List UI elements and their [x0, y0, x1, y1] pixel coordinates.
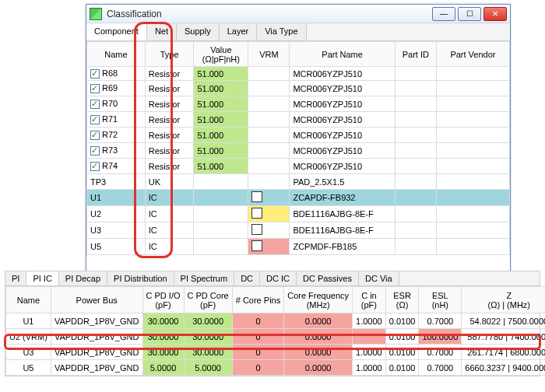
table-row[interactable]: R70Resistor51.000MCR006YZPJ510 — [87, 96, 510, 112]
row-checkbox[interactable] — [90, 84, 100, 93]
table-row[interactable]: U1ICZCAPDF-FB932 — [87, 190, 510, 206]
vrm-checkbox[interactable] — [251, 224, 262, 235]
col-name[interactable]: Name — [6, 287, 51, 313]
col--core-pins[interactable]: # Core Pins — [232, 287, 283, 313]
close-button[interactable]: ✕ — [483, 7, 507, 21]
pi-ic-table: NamePower BusC PD I/O(pF)C PD Core(pF)# … — [5, 286, 545, 376]
tab-via-type[interactable]: Via Type — [257, 23, 306, 40]
pi-tabs: PIPI ICPI DecapPI DistributionPI Spectru… — [5, 271, 540, 286]
table-row[interactable]: U3ICBDE1116AJBG-8E-F — [87, 222, 510, 239]
col-esl[interactable]: ESL(nH) — [419, 287, 462, 313]
minimize-button[interactable]: — — [432, 7, 455, 21]
table-row[interactable]: R71Resistor51.000MCR006YZPJ510 — [87, 112, 510, 128]
table-row[interactable]: TP3UKPAD_2.5X1.5 — [87, 174, 510, 190]
col-name[interactable]: Name — [87, 42, 146, 67]
tab-dc[interactable]: DC — [234, 271, 260, 285]
titlebar: Classification — ☐ ✕ — [86, 5, 510, 23]
pi-panel: PIPI ICPI DecapPI DistributionPI Spectru… — [5, 271, 540, 376]
table-row[interactable]: U3VAPDDR_1P8V_GND30.000030.000000.00001.… — [6, 345, 546, 360]
col-type[interactable]: Type — [145, 42, 194, 67]
tab-dc-ic[interactable]: DC IC — [260, 271, 297, 285]
col-esr[interactable]: ESR(Ω) — [385, 287, 419, 313]
row-checkbox[interactable] — [90, 115, 100, 124]
tab-pi[interactable]: PI — [5, 271, 26, 285]
tab-dc-via[interactable]: DC Via — [359, 271, 399, 285]
tab-dc-passives[interactable]: DC Passives — [297, 271, 359, 285]
col-c-in[interactable]: C in(pF) — [353, 287, 386, 313]
tab-pi-decap[interactable]: PI Decap — [59, 271, 107, 285]
row-checkbox[interactable] — [90, 131, 100, 140]
col-c-pd-core[interactable]: C PD Core(pF) — [184, 287, 232, 313]
col-part-name[interactable]: Part Name — [290, 42, 395, 67]
table-row[interactable]: U1VAPDDR_1P8V_GND30.000030.000000.00001.… — [6, 313, 546, 329]
table-row[interactable]: R72Resistor51.000MCR006YZPJ510 — [87, 128, 510, 143]
maximize-button[interactable]: ☐ — [458, 7, 481, 21]
row-checkbox[interactable] — [90, 100, 100, 109]
tab-supply[interactable]: Supply — [177, 23, 220, 40]
col-core-frequency[interactable]: Core Frequency(MHz) — [284, 287, 353, 313]
tab-pi-spectrum[interactable]: PI Spectrum — [174, 271, 235, 285]
vrm-checkbox[interactable] — [251, 208, 262, 219]
tab-pi-distribution[interactable]: PI Distribution — [107, 271, 174, 285]
table-row[interactable]: R69Resistor51.000MCR006YZPJ510 — [87, 81, 510, 96]
table-row[interactable]: U5VAPDDR_1P8V_GND5.00005.000000.00001.00… — [6, 360, 546, 376]
table-row[interactable]: R74Resistor51.000MCR006YZPJ510 — [87, 159, 510, 174]
col-power-bus[interactable]: Power Bus — [51, 287, 142, 313]
col-z[interactable]: Z(Ω) | (MHz) — [462, 287, 545, 313]
table-row[interactable]: U5ICZCPMDF-FB185 — [87, 239, 510, 255]
table-row[interactable]: U2 (VRM)VAPDDR_1P8V_GND30.000030.000000.… — [6, 329, 546, 345]
vrm-checkbox[interactable] — [251, 240, 262, 251]
tab-component[interactable]: Component — [86, 23, 147, 40]
app-icon — [90, 8, 102, 20]
col-value[interactable]: Value(Ω|pF|nH) — [194, 42, 248, 67]
component-table-wrap: NameTypeValue(Ω|pF|nH)VRMPart NamePart I… — [86, 41, 510, 275]
col-part-id[interactable]: Part ID — [395, 42, 436, 67]
tab-pi-ic[interactable]: PI IC — [26, 271, 58, 285]
row-checkbox[interactable] — [90, 69, 100, 79]
window-controls: — ☐ ✕ — [432, 7, 507, 21]
table-row[interactable]: R73Resistor51.000MCR006YZPJ510 — [87, 143, 510, 159]
col-vrm[interactable]: VRM — [248, 42, 290, 67]
row-checkbox[interactable] — [90, 162, 100, 171]
tab-net[interactable]: Net — [147, 23, 177, 40]
vrm-checkbox[interactable] — [251, 191, 262, 202]
component-table: NameTypeValue(Ω|pF|nH)VRMPart NamePart I… — [86, 41, 510, 255]
window-title: Classification — [107, 9, 162, 19]
tab-layer[interactable]: Layer — [220, 23, 258, 40]
table-row[interactable]: R68Resistor51.000MCR006YZPJ510 — [87, 67, 510, 81]
table-row[interactable]: U2ICBDE1116AJBG-8E-F — [87, 206, 510, 222]
classification-tabs: ComponentNetSupplyLayerVia Type — [86, 23, 510, 41]
classification-window: Classification — ☐ ✕ ComponentNetSupplyL… — [86, 4, 511, 275]
row-checkbox[interactable] — [90, 146, 100, 156]
col-c-pd-i-o[interactable]: C PD I/O(pF) — [142, 287, 184, 313]
col-part-vendor[interactable]: Part Vendor — [436, 42, 509, 67]
